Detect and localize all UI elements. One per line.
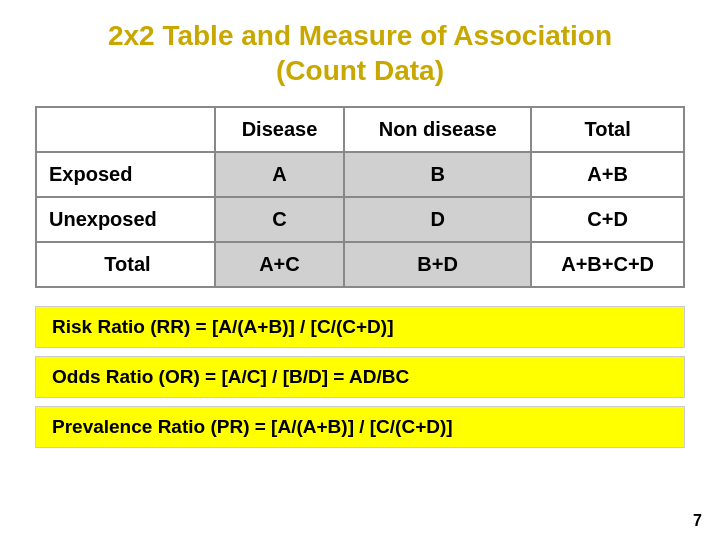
header-col4: Total: [531, 107, 684, 152]
table-row-unexposed: Unexposed C D C+D: [36, 197, 684, 242]
row-label-exposed: Exposed: [36, 152, 215, 197]
table-header-row: Disease Non disease Total: [36, 107, 684, 152]
page: 2x2 Table and Measure of Association (Co…: [0, 0, 720, 540]
cell-c: C: [215, 197, 344, 242]
header-col2: Disease: [215, 107, 344, 152]
formula-pr: Prevalence Ratio (PR) = [A/(A+B)] / [C/(…: [35, 406, 685, 448]
cell-apc: A+C: [215, 242, 344, 287]
formula-or: Odds Ratio (OR) = [A/C] / [B/D] = AD/BC: [35, 356, 685, 398]
row-label-total: Total: [36, 242, 215, 287]
formula-rr: Risk Ratio (RR) = [A/(A+B)] / [C/(C+D)]: [35, 306, 685, 348]
page-number: 7: [693, 512, 702, 530]
table-row-exposed: Exposed A B A+B: [36, 152, 684, 197]
cell-bpd: B+D: [344, 242, 531, 287]
row-label-unexposed: Unexposed: [36, 197, 215, 242]
formulas-section: Risk Ratio (RR) = [A/(A+B)] / [C/(C+D)] …: [35, 306, 685, 448]
cell-cpd: C+D: [531, 197, 684, 242]
cell-apb: A+B: [531, 152, 684, 197]
cell-d: D: [344, 197, 531, 242]
table-wrapper: Disease Non disease Total Exposed A B A+…: [35, 106, 685, 288]
cell-a: A: [215, 152, 344, 197]
cell-grand-total: A+B+C+D: [531, 242, 684, 287]
header-col1: [36, 107, 215, 152]
page-title: 2x2 Table and Measure of Association (Co…: [108, 18, 612, 88]
table-row-total: Total A+C B+D A+B+C+D: [36, 242, 684, 287]
title-line2: (Count Data): [276, 55, 444, 86]
header-col3: Non disease: [344, 107, 531, 152]
title-line1: 2x2 Table and Measure of Association: [108, 20, 612, 51]
cell-b: B: [344, 152, 531, 197]
2x2-table: Disease Non disease Total Exposed A B A+…: [35, 106, 685, 288]
